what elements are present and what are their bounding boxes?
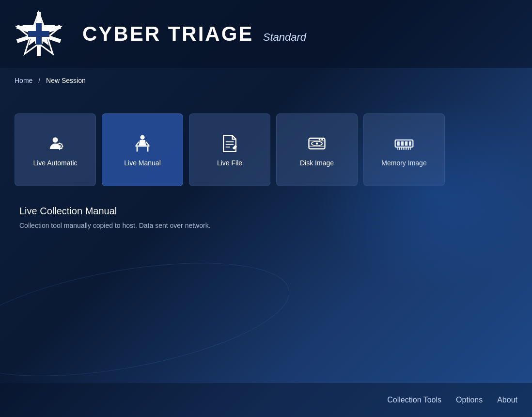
svg-point-31 bbox=[316, 143, 318, 145]
card-disk-image-label: Disk Image bbox=[300, 159, 334, 167]
memory-icon bbox=[393, 133, 415, 154]
description-section: Live Collection Manual Collection tool m… bbox=[15, 206, 517, 229]
description-title: Live Collection Manual bbox=[19, 206, 517, 217]
disk-icon bbox=[306, 133, 328, 154]
main-content: Live Automatic Live Manual bbox=[0, 84, 532, 244]
card-live-automatic[interactable]: Live Automatic bbox=[15, 113, 96, 186]
footer-options[interactable]: Options bbox=[456, 396, 483, 404]
card-disk-image[interactable]: Disk Image bbox=[276, 113, 358, 186]
logo-container bbox=[15, 10, 63, 58]
card-live-manual-label: Live Manual bbox=[124, 159, 161, 167]
svg-point-33 bbox=[319, 139, 321, 141]
svg-rect-35 bbox=[397, 141, 400, 145]
breadcrumb-separator: / bbox=[38, 77, 40, 84]
app-title: CYBER TRIAGE bbox=[82, 22, 253, 45]
card-live-automatic-label: Live Automatic bbox=[33, 159, 77, 167]
session-cards-row: Live Automatic Live Manual bbox=[15, 113, 517, 186]
svg-rect-36 bbox=[401, 141, 404, 145]
file-edit-icon bbox=[219, 133, 240, 154]
card-live-file[interactable]: Live File bbox=[189, 113, 270, 186]
footer-about[interactable]: About bbox=[497, 396, 517, 404]
person-desk-icon bbox=[132, 133, 153, 154]
breadcrumb-home[interactable]: Home bbox=[15, 77, 32, 84]
svg-point-32 bbox=[321, 139, 323, 141]
card-memory-image[interactable]: Memory Image bbox=[363, 113, 445, 186]
app-logo-icon bbox=[15, 10, 63, 58]
svg-point-11 bbox=[59, 145, 61, 147]
breadcrumb: Home / New Session bbox=[0, 68, 532, 84]
svg-rect-38 bbox=[409, 141, 411, 145]
card-memory-image-label: Memory Image bbox=[381, 159, 426, 167]
card-live-file-label: Live File bbox=[217, 159, 242, 167]
svg-rect-21 bbox=[135, 145, 149, 147]
svg-rect-8 bbox=[28, 31, 49, 37]
svg-rect-37 bbox=[405, 141, 408, 145]
app-edition: Standard bbox=[263, 31, 306, 43]
svg-point-9 bbox=[53, 137, 58, 143]
app-title-block: CYBER TRIAGE Standard bbox=[82, 22, 306, 46]
svg-point-20 bbox=[140, 135, 144, 140]
breadcrumb-current: New Session bbox=[46, 77, 86, 84]
gear-person-icon bbox=[45, 133, 66, 154]
card-live-manual[interactable]: Live Manual bbox=[102, 113, 183, 186]
header: CYBER TRIAGE Standard bbox=[0, 0, 532, 68]
description-text: Collection tool manually copied to host.… bbox=[19, 222, 517, 229]
footer: Collection Tools Options About bbox=[0, 383, 532, 417]
footer-collection-tools[interactable]: Collection Tools bbox=[387, 396, 441, 404]
